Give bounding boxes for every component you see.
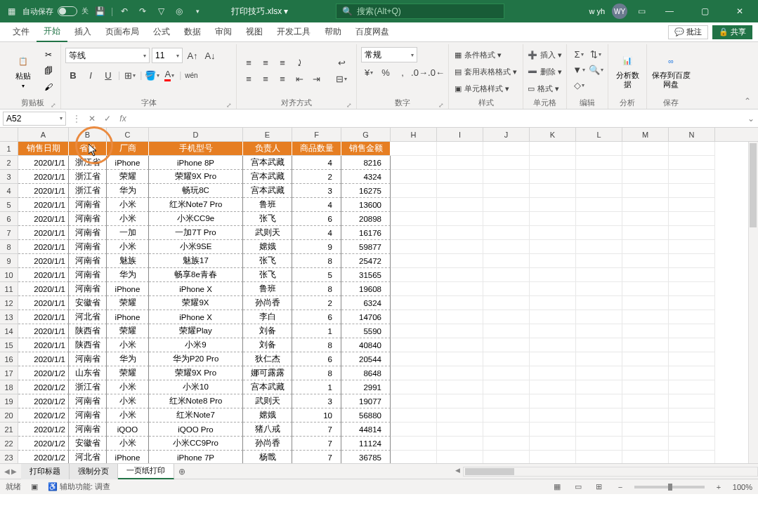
cell[interactable] [530,394,576,408]
cell[interactable] [437,226,483,240]
cell[interactable]: 8648 [341,366,391,380]
cell[interactable]: 小米 [107,212,149,226]
cell[interactable]: 畅玩8C [149,184,243,198]
ribbon-tab[interactable]: 开发工具 [270,22,318,42]
cell[interactable] [530,184,576,198]
cell[interactable]: 负责人 [243,142,292,156]
cell[interactable]: 河南省 [69,268,107,282]
cell[interactable] [483,142,530,156]
cell[interactable] [530,366,576,380]
cell[interactable] [576,451,622,463]
cell[interactable]: 14706 [341,310,391,324]
cell[interactable]: 56880 [341,408,391,423]
cell[interactable] [530,268,576,282]
cell[interactable]: 2020/1/1 [18,338,69,352]
cell[interactable] [669,156,715,170]
cell[interactable] [622,366,669,380]
cell[interactable]: 刘备 [243,324,292,338]
cell[interactable]: 刘备 [243,338,292,352]
cell[interactable] [669,282,715,296]
column-header[interactable]: M [622,128,669,141]
cell[interactable]: 娜可露露 [243,366,292,380]
cell[interactable] [437,156,483,170]
align-bottom-icon[interactable]: ≡ [275,56,290,70]
cell[interactable]: 2020/1/1 [18,226,69,240]
cell[interactable]: 3 [292,394,341,408]
column-header[interactable]: D [149,128,243,141]
cell[interactable]: 3 [292,184,341,198]
cell[interactable] [530,282,576,296]
cell[interactable] [391,198,437,212]
cell[interactable] [622,423,669,437]
user-name[interactable]: w yh [589,7,605,15]
cell[interactable] [669,268,715,282]
inc-decimal-icon[interactable]: .0→ [412,65,427,79]
save-icon[interactable]: 💾 [93,4,107,18]
underline-button[interactable]: U [100,68,116,82]
cell[interactable] [483,254,530,268]
cell[interactable]: 河南省 [69,240,107,254]
cell[interactable] [622,352,669,366]
column-header[interactable]: A [18,128,69,141]
column-header[interactable]: E [243,128,292,141]
cell[interactable] [437,268,483,282]
cell[interactable]: 红米Note7 [149,408,243,423]
cell[interactable]: 2020/1/1 [18,240,69,254]
cell[interactable] [669,296,715,310]
maximize-button[interactable]: ▢ [691,0,719,22]
cell[interactable] [530,254,576,268]
comments-button[interactable]: 💬批注 [668,25,708,39]
cell[interactable] [391,324,437,338]
cell[interactable] [437,282,483,296]
cell[interactable]: 小米 [107,437,149,451]
cell[interactable]: 59877 [341,240,391,254]
normal-view-icon[interactable]: ▦ [550,481,564,493]
ribbon-tab[interactable]: 审阅 [208,22,239,42]
analyze-data-button[interactable]: 📊分析数据 [613,46,642,95]
formula-x-icon[interactable]: ✕ [84,112,100,126]
copy-icon[interactable]: 🗐 [41,64,56,78]
cell[interactable]: 红米Note7 Pro [149,198,243,212]
row-header[interactable]: 7 [0,226,18,240]
cell[interactable] [437,310,483,324]
cell[interactable]: 小米 [107,394,149,408]
zoom-slider[interactable] [634,486,705,488]
cell[interactable]: 安徽省 [69,296,107,310]
cell[interactable]: 武则天 [243,394,292,408]
cell[interactable]: 河南省 [69,352,107,366]
close-button[interactable]: ✕ [726,0,754,22]
cell[interactable] [669,366,715,380]
cell[interactable]: 1 [292,380,341,394]
cell[interactable]: 省份 [69,142,107,156]
cell[interactable] [530,338,576,352]
cell[interactable] [669,324,715,338]
cell[interactable]: 2020/1/2 [18,394,69,408]
cell[interactable]: 2 [292,296,341,310]
align-left-icon[interactable]: ≡ [241,72,256,86]
border-button[interactable]: ⊞▾ [122,68,138,82]
align-top-icon[interactable]: ≡ [241,56,256,70]
delete-cells-button[interactable]: ➖删除 ▾ [528,64,562,79]
cell[interactable]: 1 [292,324,341,338]
cell[interactable] [576,170,622,184]
cell[interactable]: 嫦娥 [243,240,292,254]
cell[interactable]: 2020/1/2 [18,366,69,380]
page-break-icon[interactable]: ⊞ [592,481,606,493]
sheet-tab[interactable]: 打印标题 [21,464,70,479]
ribbon-tab[interactable]: 帮助 [318,22,348,42]
cell[interactable] [391,240,437,254]
cell[interactable] [622,198,669,212]
cell[interactable] [622,184,669,198]
comma-icon[interactable]: , [395,65,410,79]
align-right-icon[interactable]: ≡ [275,72,290,86]
cell[interactable]: iPhone 8P [149,156,243,170]
cell[interactable]: 2020/1/1 [18,254,69,268]
row-header[interactable]: 14 [0,324,18,338]
cell[interactable] [530,408,576,423]
cell[interactable] [622,451,669,463]
cell[interactable]: 李白 [243,310,292,324]
cell[interactable] [622,310,669,324]
cell[interactable]: 张飞 [243,254,292,268]
filter-icon[interactable]: ▽ [154,4,168,18]
cell[interactable]: 4 [292,226,341,240]
